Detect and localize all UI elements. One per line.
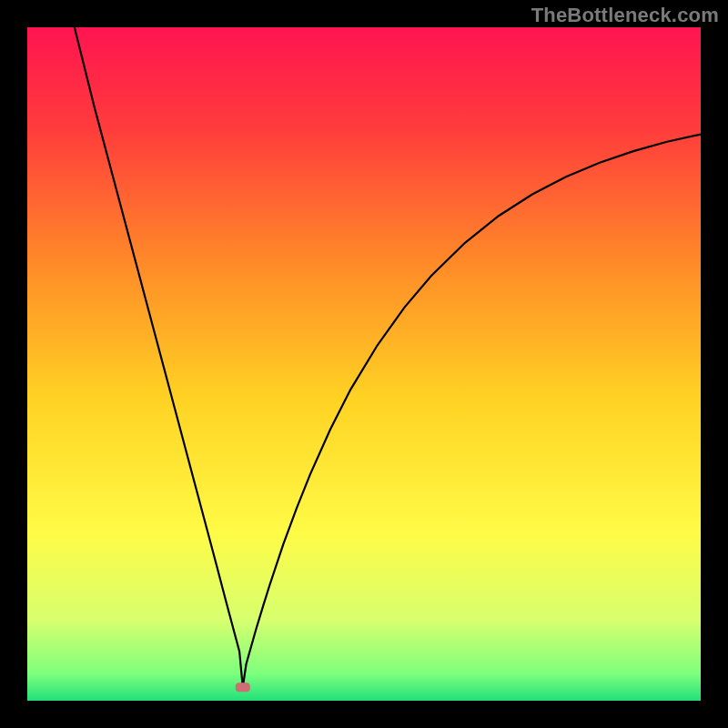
plot-background [27, 27, 701, 701]
plot-area [27, 27, 701, 701]
chart-container: TheBottleneck.com [0, 0, 728, 728]
minimum-marker [236, 682, 250, 692]
watermark-label: TheBottleneck.com [531, 4, 719, 27]
plot-svg [27, 27, 701, 701]
